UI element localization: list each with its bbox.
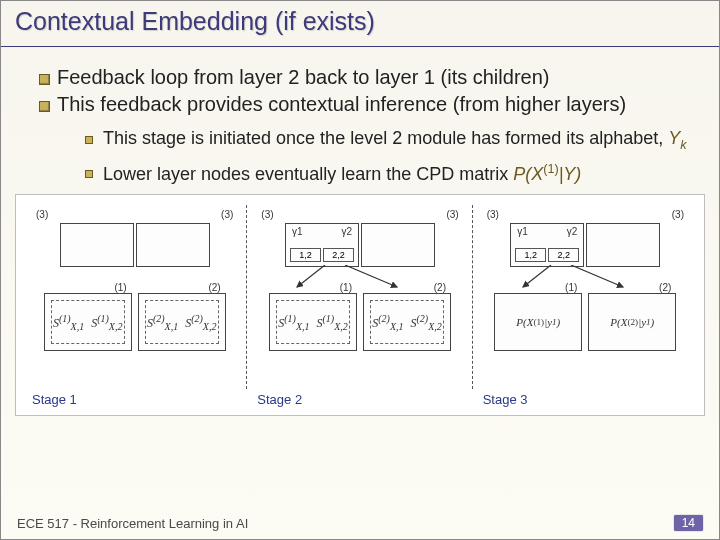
- label: (2): [208, 282, 220, 293]
- math-label: S(1)X,2: [91, 313, 122, 332]
- label: (3): [261, 209, 273, 220]
- svg-line-2: [523, 265, 551, 287]
- label: (3): [672, 209, 684, 220]
- cpd-label: P(X(1)|y1): [501, 300, 575, 344]
- math-var-Yk: Yk: [668, 128, 686, 148]
- gamma-label: γ1: [517, 226, 528, 237]
- gamma-label: γ2: [567, 226, 578, 237]
- lower-module: (2) S(2)X,1 S(2)X,2: [138, 293, 226, 351]
- upper-module: γ1 γ2 1,2 2,2: [285, 223, 359, 267]
- level-labels: (3) (3): [261, 209, 458, 220]
- math-label: S(1)X,1: [278, 313, 309, 332]
- stage-3: (3) (3) γ1 γ2 1,2 2,2: [473, 201, 698, 411]
- bullet-item: Feedback loop from layer 2 back to layer…: [39, 65, 691, 90]
- stage-2: (3) (3) γ1 γ2 1,2 2,2: [247, 201, 472, 411]
- label: (1): [565, 282, 577, 293]
- label: (1): [114, 282, 126, 293]
- lower-module: (1) S(1)X,1 S(1)X,2: [44, 293, 132, 351]
- gamma-label: γ2: [341, 226, 352, 237]
- svg-line-0: [297, 265, 325, 287]
- slide-body: Feedback loop from layer 2 back to layer…: [1, 47, 719, 186]
- upper-row: γ1 γ2 1,2 2,2: [253, 223, 466, 267]
- text-run: Lower layer nodes eventually learn the C…: [103, 164, 513, 184]
- upper-row: [28, 223, 241, 267]
- svg-line-1: [345, 265, 397, 287]
- label: (2): [434, 282, 446, 293]
- lower-module: (1) P(X(1)|y1): [494, 293, 582, 351]
- stage-1: (3) (3) (1) S(1)X,1 S(1)X,2: [22, 201, 247, 411]
- math-label: S(2)X,2: [185, 313, 216, 332]
- label: (3): [446, 209, 458, 220]
- lower-module: (2) P(X(2)|y1): [588, 293, 676, 351]
- upper-module: [136, 223, 210, 267]
- sub-bullet-list: This stage is initiated once the level 2…: [57, 127, 691, 186]
- dashed-inner: S(2)X,1 S(2)X,2: [370, 300, 444, 344]
- upper-module: [361, 223, 435, 267]
- math-label: S(1)X,1: [53, 313, 84, 332]
- upper-module: [586, 223, 660, 267]
- slide-footer: ECE 517 - Reinforcement Learning in AI 1…: [17, 515, 703, 531]
- level-labels: (3) (3): [487, 209, 684, 220]
- lower-row: (1) S(1)X,1 S(1)X,2 (2) S(2)X,1 S(2)X,2: [28, 293, 241, 351]
- slide-title: Contextual Embedding (if exists): [1, 1, 719, 47]
- sub-bullet-item: Lower layer nodes eventually learn the C…: [85, 161, 691, 186]
- lower-module: (2) S(2)X,1 S(2)X,2: [363, 293, 451, 351]
- cell: 2,2: [323, 248, 354, 262]
- gamma-label: γ1: [292, 226, 303, 237]
- level-labels: (3) (3): [36, 209, 233, 220]
- stage-caption: Stage 3: [483, 392, 528, 407]
- page-number: 14: [674, 515, 703, 531]
- math-label: S(2)X,1: [372, 313, 403, 332]
- cell: 1,2: [290, 248, 321, 262]
- math-label: S(2)X,2: [410, 313, 441, 332]
- dashed-inner: S(2)X,1 S(2)X,2: [145, 300, 219, 344]
- math-label: S(1)X,2: [316, 313, 347, 332]
- lower-module: (1) S(1)X,1 S(1)X,2: [269, 293, 357, 351]
- label: (3): [487, 209, 499, 220]
- sub-bullet-item: This stage is initiated once the level 2…: [85, 127, 691, 153]
- upper-row: γ1 γ2 1,2 2,2: [479, 223, 692, 267]
- bullet-list: Feedback loop from layer 2 back to layer…: [29, 65, 691, 186]
- figure-stages: (3) (3) (1) S(1)X,1 S(1)X,2: [15, 194, 705, 416]
- lower-row: (1) P(X(1)|y1) (2) P(X(2)|y1): [479, 293, 692, 351]
- label: (3): [221, 209, 233, 220]
- math-expr-cpd: P(X(1)|Y): [513, 164, 581, 184]
- stage-caption: Stage 1: [32, 392, 77, 407]
- bullet-text: This feedback provides contextual infere…: [57, 93, 626, 115]
- dashed-inner: S(1)X,1 S(1)X,2: [276, 300, 350, 344]
- slide: Contextual Embedding (if exists) Feedbac…: [0, 0, 720, 540]
- stages-row: (3) (3) (1) S(1)X,1 S(1)X,2: [22, 201, 698, 411]
- cell: 1,2: [515, 248, 546, 262]
- dashed-inner: S(1)X,1 S(1)X,2: [51, 300, 125, 344]
- math-label: S(2)X,1: [147, 313, 178, 332]
- cpd-label: P(X(2)|y1): [595, 300, 669, 344]
- cell: 2,2: [548, 248, 579, 262]
- label: (1): [340, 282, 352, 293]
- label: (2): [659, 282, 671, 293]
- course-label: ECE 517 - Reinforcement Learning in AI: [17, 516, 248, 531]
- text-run: This stage is initiated once the level 2…: [103, 128, 668, 148]
- lower-row: (1) S(1)X,1 S(1)X,2 (2) S(2)X,1 S(2)X,2: [253, 293, 466, 351]
- label: (3): [36, 209, 48, 220]
- upper-module: γ1 γ2 1,2 2,2: [510, 223, 584, 267]
- bullet-item: This feedback provides contextual infere…: [39, 92, 691, 186]
- upper-module: [60, 223, 134, 267]
- stage-caption: Stage 2: [257, 392, 302, 407]
- svg-line-3: [571, 265, 623, 287]
